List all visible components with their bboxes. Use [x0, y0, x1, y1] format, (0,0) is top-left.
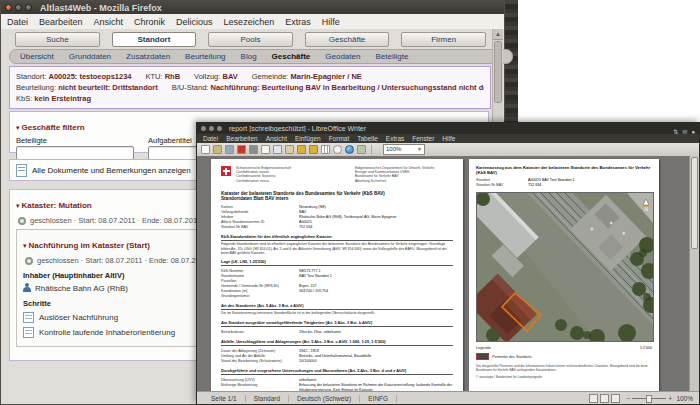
libreoffice-titlebar[interactable]: report [schreibgeschützt] - LibreOffice … — [197, 123, 699, 134]
zoom-combobox[interactable]: 100%▼ — [383, 144, 425, 155]
firefox-titlebar[interactable]: Altlast4Web - Mozilla Firefox — [1, 1, 504, 14]
maximize-window-icon[interactable] — [25, 4, 32, 11]
menu-item[interactable]: Chronik — [134, 17, 165, 27]
toolbar-icon[interactable] — [249, 145, 258, 154]
section-rows: KbS-NummerNE573.777.1StandortnameBAV Tes… — [221, 269, 453, 298]
info-segment: KbS: kein Ersteintrag — [16, 94, 91, 103]
info-value: A00025: testoeops1234 — [49, 72, 132, 81]
menu-item[interactable]: Ansicht — [94, 17, 124, 27]
main-tab[interactable]: Suche — [15, 32, 100, 47]
sub-tab[interactable]: Geodaten — [325, 52, 360, 61]
statusbar-fields: Seite 1/1StandardDeutsch (Schweiz)EINFG — [203, 395, 397, 402]
panel-indicators: ⇅✉● — [669, 120, 695, 138]
toolbar-icon[interactable] — [285, 145, 294, 154]
minimize-window-icon[interactable] — [15, 4, 22, 11]
statusbar-field[interactable]: EINFG — [360, 395, 397, 402]
zoom-slider-track[interactable] — [632, 398, 666, 399]
toolbar-icon[interactable] — [333, 145, 342, 154]
zoom-slider[interactable]: − + — [626, 395, 672, 402]
menu-item[interactable]: Extras — [285, 17, 311, 27]
menu-item[interactable]: Einfügen — [295, 135, 321, 142]
zoom-out-icon[interactable]: − — [626, 395, 630, 402]
toolbar-icon[interactable] — [297, 145, 306, 154]
statusbar-field[interactable]: Seite 1/1 — [203, 395, 246, 402]
indicator-icon[interactable]: ⇅ — [673, 129, 678, 135]
main-tab[interactable]: Geschäfte — [305, 32, 390, 47]
collapse-icon[interactable]: ▾ — [16, 202, 20, 209]
nachfuehrung-title: Nachführung im Kataster (Start) — [29, 241, 150, 250]
menu-item[interactable]: Lesezeichen — [224, 17, 275, 27]
document-canvas: Schweizerische EidgenossenschaftConfédér… — [197, 156, 699, 392]
indicator-icon[interactable]: ✉ — [682, 129, 687, 135]
menu-item[interactable]: Datei — [203, 135, 218, 142]
maximize-window-icon[interactable] — [217, 126, 222, 131]
collapse-icon[interactable]: ▾ — [16, 124, 20, 131]
step-label[interactable]: Kontrolle laufende Inhaberorientierung — [39, 328, 175, 337]
zoom-slider-knob[interactable] — [646, 395, 652, 403]
sub-tab[interactable]: Übersicht — [20, 52, 54, 61]
inhaber-name[interactable]: Rhätische Bahn AG (RhB) — [35, 284, 128, 293]
zoom-in-icon[interactable]: + — [668, 395, 672, 402]
report-section: Abfälle, Umschlagplätze und Ablagerungen… — [221, 340, 453, 364]
single-page-view-icon[interactable] — [589, 394, 598, 403]
menu-item[interactable]: Fenster — [412, 135, 434, 142]
collapse-icon[interactable]: ▾ — [23, 242, 27, 249]
all-documents-link[interactable]: Alle Dokumente und Bemerkungen anzeigen — [32, 166, 191, 175]
scrollbar-thumb[interactable] — [691, 157, 698, 249]
menu-item[interactable]: Hilfe — [442, 135, 455, 142]
sub-tab[interactable]: Blog — [241, 52, 257, 61]
sub-tab[interactable]: Beteiligte — [375, 52, 408, 61]
report-row: Betriebsdauer19xx bis 19xx, unbekannt — [221, 330, 453, 335]
menu-item[interactable]: Format — [329, 135, 350, 142]
toolbar-icons — [201, 145, 366, 154]
menu-item[interactable]: Ansicht — [266, 135, 287, 142]
book-view-icon[interactable] — [611, 394, 620, 403]
federal-header: Schweizerische EidgenossenschaftConfédér… — [221, 166, 453, 183]
sub-tab[interactable]: Beurteilung — [185, 52, 225, 61]
report-section: Art des Standortes (Art. 5 Abs. 3 Bst. a… — [221, 304, 453, 316]
toolbar-icon[interactable] — [273, 145, 282, 154]
toolbar-icon[interactable] — [237, 145, 246, 154]
toolbar-icon[interactable] — [213, 145, 222, 154]
toolbar-icon[interactable] — [345, 145, 354, 154]
menu-item[interactable]: Bearbeiten — [39, 17, 83, 27]
row-value: 10/100000 — [299, 359, 453, 364]
menu-item[interactable]: Tabelle — [357, 135, 378, 142]
scrollbar-up-icon[interactable]: ▲ — [493, 29, 503, 40]
toolbar-icon[interactable] — [225, 145, 234, 154]
close-window-icon[interactable] — [5, 4, 12, 11]
menu-item[interactable]: Delicious — [176, 17, 213, 27]
toolbar-icon[interactable] — [321, 145, 330, 154]
sub-tab[interactable]: Zusatzdaten — [126, 52, 170, 61]
step-label[interactable]: Auslöser Nachführung — [39, 313, 118, 322]
menu-item[interactable]: Bearbeiten — [226, 135, 257, 142]
row-value — [299, 294, 453, 299]
main-tab[interactable]: Pools — [208, 32, 293, 47]
multi-page-view-icon[interactable] — [600, 394, 609, 403]
toolbar-icon[interactable] — [261, 145, 270, 154]
info-line: Beurteilung: nicht beurteilt: Drittstand… — [16, 82, 484, 93]
statusbar-field[interactable]: Deutsch (Schweiz) — [289, 395, 360, 402]
info-value: nicht beurteilt: Drittstandort — [58, 83, 158, 92]
map-page-title: Kartenauszug aus dem Kataster der belast… — [476, 165, 652, 175]
menu-item[interactable]: Extras — [386, 135, 404, 142]
close-window-icon[interactable] — [201, 126, 206, 131]
main-tab[interactable]: Standort — [112, 32, 197, 47]
sub-tab[interactable]: Geschäfte — [272, 52, 311, 61]
menu-item[interactable]: Hilfe — [322, 17, 340, 27]
confederation-name-line: Confederaziun svizra — [236, 179, 291, 183]
menu-item[interactable]: Datei — [7, 17, 28, 27]
standort-info-box: Standort: A00025: testoeops1234KTU: RhBV… — [9, 66, 491, 109]
toolbar-icon[interactable] — [309, 145, 318, 154]
main-tab[interactable]: Firmen — [401, 32, 486, 47]
statusbar-field[interactable]: Standard — [246, 395, 289, 402]
filter-input[interactable] — [16, 146, 134, 160]
toolbar-icon[interactable] — [201, 145, 210, 154]
sub-tab[interactable]: Grunddaten — [69, 52, 111, 61]
row-label: Standort-Nr BAV — [476, 183, 528, 188]
minimize-window-icon[interactable] — [209, 126, 214, 131]
indicator-icon[interactable]: ● — [691, 129, 695, 135]
scrollbar-thumb[interactable] — [494, 41, 502, 103]
toolbar-icon[interactable] — [357, 145, 366, 154]
writer-vertical-scrollbar[interactable] — [689, 156, 699, 392]
